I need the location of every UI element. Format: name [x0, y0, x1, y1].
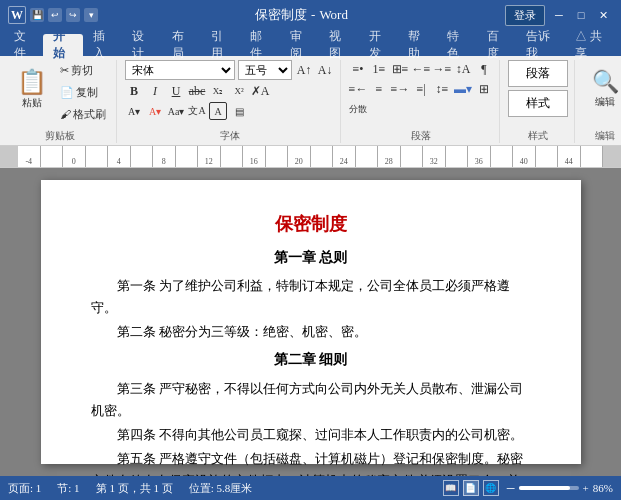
editing-content: 🔍 编辑 — [583, 60, 621, 127]
ruler-marks: -4048121620242832364044 — [18, 146, 603, 167]
align-center-button[interactable]: ≡ — [370, 80, 388, 98]
tab-tell-me[interactable]: 告诉我 — [516, 34, 565, 56]
bullets-button[interactable]: ≡• — [349, 60, 367, 78]
title-bar-center: 保密制度 - Word — [255, 6, 348, 24]
tab-mailings[interactable]: 邮件 — [240, 34, 279, 56]
sort-button[interactable]: ↕A — [454, 60, 472, 78]
font-name-select[interactable]: 宋体 — [125, 60, 235, 80]
ruler: -4048121620242832364044 — [0, 146, 621, 168]
decrease-indent-button[interactable]: ←≡ — [412, 60, 430, 78]
zoom-fill — [519, 486, 571, 490]
font-inner: 宋体 五号 A↑ A↓ B I U abc X₂ X² ✗A — [125, 60, 334, 120]
highlight-button[interactable]: A▾ — [125, 102, 143, 120]
tab-view[interactable]: 视图 — [319, 34, 358, 56]
styles-group: 段落 样式 样式 — [502, 60, 575, 143]
tab-baidu[interactable]: 百度 — [477, 34, 516, 56]
increase-indent-button[interactable]: →≡ — [433, 60, 451, 78]
numbering-button[interactable]: 1≡ — [370, 60, 388, 78]
underline-button[interactable]: U — [167, 82, 185, 100]
cut-button[interactable]: ✂剪切 — [56, 60, 110, 80]
tab-design[interactable]: 设计 — [122, 34, 161, 56]
tab-share[interactable]: △ 共享 — [565, 34, 617, 56]
article3: 第三条 严守秘密，不得以任何方式向公司内外无关人员散布、泄漏公司机密。 — [91, 378, 531, 422]
italic-button[interactable]: I — [146, 82, 164, 100]
ruler-left-margin — [0, 146, 18, 168]
format-painter-icon: 🖌 — [60, 108, 71, 120]
multilevel-button[interactable]: ⊞≡ — [391, 60, 409, 78]
borders-button[interactable]: ⊞ — [475, 80, 493, 98]
document-page[interactable]: 保密制度 第一章 总则 第一条 为了维护公司利益，特制订本规定，公司全体员工必须… — [41, 180, 581, 464]
font-color-row: A▾ A▾ Aa▾ 文A A ▤ — [125, 102, 334, 120]
font-format-row: B I U abc X₂ X² ✗A — [125, 82, 334, 100]
zoom-slider[interactable] — [519, 486, 579, 490]
article2: 第二条 秘密分为三等级：绝密、机密、密。 — [91, 321, 531, 343]
align-right-button[interactable]: ≡→ — [391, 80, 409, 98]
save-icon[interactable]: 💾 — [30, 8, 44, 22]
char-shading-button[interactable]: ▤ — [230, 102, 248, 120]
document-main-title: 保密制度 — [91, 210, 531, 239]
tab-review[interactable]: 审阅 — [280, 34, 319, 56]
document-area[interactable]: 保密制度 第一章 总则 第一条 为了维护公司利益，特制订本规定，公司全体员工必须… — [0, 168, 621, 476]
bold-button[interactable]: B — [125, 82, 143, 100]
font-color-button[interactable]: A▾ — [146, 102, 164, 120]
read-view-button[interactable]: 📖 — [443, 480, 459, 496]
subscript-button[interactable]: X₂ — [209, 82, 227, 100]
zoom-out-button[interactable]: ─ — [507, 482, 515, 494]
page-count: 第 1 页，共 1 页 — [96, 481, 173, 496]
app-name: Word — [319, 7, 348, 23]
para-shading-button[interactable]: ▬▾ — [454, 80, 472, 98]
zoom-in-button[interactable]: + — [583, 482, 589, 494]
ribbon-tabs: 文件 开始 插入 设计 布局 引用 邮件 审阅 视图 开发 帮助 特色 百度 告… — [0, 30, 621, 56]
font-name-row: 宋体 五号 A↑ A↓ — [125, 60, 334, 80]
copy-button[interactable]: 📄复制 — [56, 82, 110, 102]
editing-group: 🔍 编辑 编辑 — [577, 60, 621, 143]
ribbon: 📋 粘贴 ✂剪切 📄复制 🖌格式刷 剪贴板 宋体 五号 — [0, 56, 621, 146]
font-content: 宋体 五号 A↑ A↓ B I U abc X₂ X² ✗A — [125, 60, 334, 127]
tab-layout[interactable]: 布局 — [162, 34, 201, 56]
copy-icon: 📄 — [60, 86, 74, 99]
chapter2-heading: 第二章 细则 — [91, 349, 531, 371]
clear-format-button[interactable]: ✗A — [251, 82, 269, 100]
tab-references[interactable]: 引用 — [201, 34, 240, 56]
web-view-button[interactable]: 🌐 — [483, 480, 499, 496]
strikethrough-button[interactable]: abc — [188, 82, 206, 100]
tab-home[interactable]: 开始 — [43, 34, 82, 56]
superscript-button[interactable]: X² — [230, 82, 248, 100]
title-bar-left: W 💾 ↩ ↪ ▾ — [8, 6, 98, 24]
tab-file[interactable]: 文件 — [4, 34, 43, 56]
font-size-select[interactable]: 五号 — [238, 60, 292, 80]
format-painter-button[interactable]: 🖌格式刷 — [56, 104, 110, 124]
customize-icon[interactable]: ▾ — [84, 8, 98, 22]
login-button[interactable]: 登录 — [505, 5, 545, 26]
tab-insert[interactable]: 插入 — [83, 34, 122, 56]
tab-special[interactable]: 特色 — [437, 34, 476, 56]
minimize-button[interactable]: ─ — [549, 5, 569, 25]
editing-button[interactable]: 🔍 编辑 — [583, 60, 621, 120]
change-case-button[interactable]: Aa▾ — [167, 102, 185, 120]
undo-icon[interactable]: ↩ — [48, 8, 62, 22]
char-border-button[interactable]: A — [209, 102, 227, 120]
decrease-font-button[interactable]: A↓ — [316, 61, 334, 79]
justify-button[interactable]: ≡| — [412, 80, 430, 98]
paragraph-group: ≡• 1≡ ⊞≡ ←≡ →≡ ↕A ¶ ≡← ≡ ≡→ ≡| ↕≡ ▬▾ ⊞ — [343, 60, 500, 143]
style1-button[interactable]: 段落 — [508, 60, 568, 87]
close-button[interactable]: ✕ — [593, 5, 613, 25]
page-view-button[interactable]: 📄 — [463, 480, 479, 496]
chinese-layout-button[interactable]: 分散 — [349, 100, 367, 118]
redo-icon[interactable]: ↪ — [66, 8, 80, 22]
maximize-button[interactable]: □ — [571, 5, 591, 25]
title-bar-right: 登录 ─ □ ✕ — [505, 5, 613, 26]
clipboard-label: 剪贴板 — [45, 129, 75, 143]
show-marks-button[interactable]: ¶ — [475, 60, 493, 78]
increase-font-button[interactable]: A↑ — [295, 61, 313, 79]
para-list-row: ≡• 1≡ ⊞≡ ←≡ →≡ ↕A ¶ — [349, 60, 493, 78]
style2-button[interactable]: 样式 — [508, 90, 568, 117]
paste-button[interactable]: 📋 粘贴 — [10, 60, 54, 120]
line-spacing-button[interactable]: ↕≡ — [433, 80, 451, 98]
ruler-right-margin — [603, 146, 621, 168]
tab-developer[interactable]: 开发 — [359, 34, 398, 56]
phonetic-button[interactable]: 文A — [188, 102, 206, 120]
tab-help[interactable]: 帮助 — [398, 34, 437, 56]
zoom-percent: 86% — [593, 482, 613, 494]
align-left-button[interactable]: ≡← — [349, 80, 367, 98]
